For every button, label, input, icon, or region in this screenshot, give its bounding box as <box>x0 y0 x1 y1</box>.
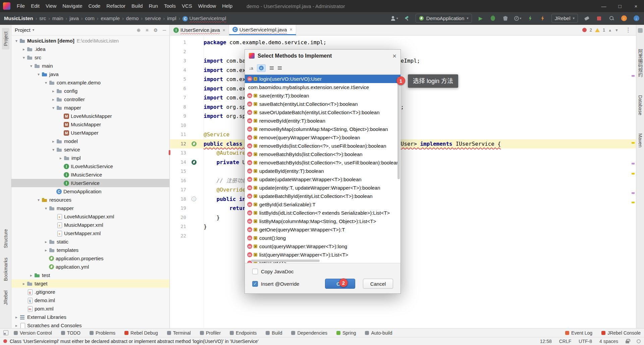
dialog-method-row[interactable]: update(updateWrapper:Wrapper<T>):boolean <box>245 175 400 184</box>
readonly-lock-icon[interactable] <box>626 341 629 343</box>
coverage-button[interactable] <box>502 14 509 23</box>
code-line[interactable]: 15 <box>170 167 636 176</box>
update-button[interactable]: ↑ <box>620 14 628 23</box>
stop-button[interactable] <box>595 14 603 23</box>
breadcrumb-userserviceimpl[interactable]: UserServiceImpl <box>182 15 226 21</box>
dialog-method-row[interactable]: removeById(entity:T):boolean <box>245 117 400 125</box>
clear-cache-button[interactable] <box>583 14 590 23</box>
show-classes-toggle[interactable] <box>257 64 266 72</box>
code-line[interactable]: 22 <box>170 231 636 241</box>
tree-item-application-properties[interactable]: application.properties <box>11 254 169 263</box>
encoding-widget[interactable]: UTF-8 <box>579 339 592 344</box>
chevron-right-icon[interactable]: ▸ <box>43 248 49 253</box>
tool-button-problems[interactable]: Problems <box>90 330 115 336</box>
indent-widget[interactable]: 4 spaces <box>599 339 618 344</box>
chevron-right-icon[interactable]: ▸ <box>13 323 19 328</box>
tree-item-lovemusicmapper-xml[interactable]: LoveMusicMapper.xml <box>11 212 169 221</box>
menu-build[interactable]: Build <box>128 0 146 12</box>
chevron-right-icon[interactable]: ▸ <box>50 97 56 102</box>
tree-item-application-yml[interactable]: application.yml <box>11 263 169 271</box>
tree-item-model[interactable]: ▸model <box>11 137 169 145</box>
dialog-method-row[interactable]: listByIds(idList:Collection<? extends Se… <box>245 209 400 217</box>
code-line[interactable]: 21} <box>170 222 636 231</box>
tree-item-idea[interactable]: ▸.idea <box>11 45 169 53</box>
tool-button-dependencies[interactable]: Dependencies <box>291 330 327 336</box>
dialog-method-row[interactable]: removeBatchByIds(list:Collection<?>):boo… <box>245 150 400 158</box>
dialog-method-row[interactable]: getOne(queryWrapper:Wrapper<T>):T <box>245 225 400 234</box>
breadcrumb-src[interactable]: src <box>39 15 46 21</box>
breadcrumb-example[interactable]: example <box>101 15 120 21</box>
sort-alphabetically-icon[interactable]: ↓a <box>249 66 253 71</box>
tool-tab-structure[interactable]: Structure <box>2 226 9 252</box>
breadcrumb-service[interactable]: service <box>145 15 161 21</box>
menu-vcs[interactable]: VCS <box>179 0 195 12</box>
tree-item-src[interactable]: ▾src <box>11 53 169 62</box>
tool-button-auto-build[interactable]: Auto-build <box>365 330 392 336</box>
code-line[interactable]: 10 <box>170 121 636 130</box>
tree-item-impl[interactable]: ▸impl <box>11 154 169 162</box>
hide-panel-icon[interactable]: ─ <box>163 27 166 33</box>
code-line[interactable]: 11@Service <box>170 130 636 139</box>
dialog-method-row[interactable]: getById(id:Serializable):T <box>245 200 400 209</box>
dialog-method-row[interactable]: saveOrUpdateBatch(entityList:Collection<… <box>245 108 400 117</box>
tree-item-lovemusicmapper[interactable]: LoveMusicMapper <box>11 112 169 120</box>
editor-tab-userserviceimpl-java[interactable]: UserServiceImpl.java× <box>229 25 296 35</box>
tree-item-demo-iml[interactable]: demo.iml <box>11 296 169 304</box>
code-line[interactable]: 19 return userMapper.insert(userVO); <box>170 204 636 213</box>
chevron-right-icon[interactable]: ▸ <box>58 156 64 160</box>
tool-button-spring[interactable]: Spring <box>336 330 356 336</box>
chevron-up-icon[interactable]: ▲ <box>608 28 612 32</box>
locate-file-icon[interactable]: ⊕ <box>137 27 141 33</box>
dialog-method-row[interactable]: saveBatch(entityList:Collection<T>):bool… <box>245 100 400 108</box>
tool-button-jrebel-console[interactable]: JRebel Console <box>601 330 641 336</box>
tool-tab-maven[interactable]: Maven <box>637 130 644 151</box>
dialog-superclass-row[interactable]: com.baomidou.mybatisplus.extension.servi… <box>245 83 400 91</box>
dialog-method-row[interactable]: update(entity:T, updateWrapper:Wrapper<T… <box>245 184 400 192</box>
tree-item-demoapplication[interactable]: DemoApplication <box>11 187 169 196</box>
tree-item-external-libraries[interactable]: ▸External Libraries <box>11 313 169 321</box>
editor-tab-iuserservice-java[interactable]: IUserService.java× <box>170 25 229 35</box>
menu-code[interactable]: Code <box>85 0 103 12</box>
chevron-down-icon[interactable]: ▾ <box>33 28 35 32</box>
tree-item-controller[interactable]: ▸controller <box>11 95 169 104</box>
code-line[interactable]: 6import com.example.demo.service.IUserSe… <box>170 84 636 93</box>
tree-item-usermapper-xml[interactable]: UserMapper.xml <box>11 229 169 237</box>
dialog-method-row[interactable]: save(entity:T):boolean <box>245 91 400 100</box>
tool-button-terminal[interactable]: Terminal <box>167 330 191 336</box>
copy-javadoc-checkbox[interactable]: ✓ <box>252 269 258 274</box>
close-tab-icon[interactable]: × <box>289 27 292 32</box>
menu-navigate[interactable]: Navigate <box>59 0 85 12</box>
breadcrumb-impl[interactable]: impl <box>167 15 176 21</box>
menu-tools[interactable]: Tools <box>161 0 179 12</box>
code-line[interactable]: 4import com.example.demo.entity.User; <box>170 66 636 75</box>
dialog-method-row[interactable]: removeByIds(list:Collection<?>, useFill:… <box>245 142 400 150</box>
breadcrumb-com[interactable]: com <box>85 15 94 21</box>
breadcrumb-demo[interactable]: demo <box>126 15 139 21</box>
tree-item-service[interactable]: ▾service <box>11 145 169 154</box>
profiler-button[interactable]: ▾ <box>514 14 522 23</box>
tool-windows-icon[interactable] <box>3 330 8 335</box>
code-line[interactable]: 7import com.example.demo.vo.UserVO; <box>170 93 636 102</box>
code-line[interactable]: 8import org.springframework.beans.factor… <box>170 102 636 112</box>
chevron-right-icon[interactable]: ▸ <box>50 139 56 144</box>
tree-item-musiclisten-demo[interactable]: ▾MusicListen [demo]E:\code\MusicListen <box>11 37 169 45</box>
close-tab-icon[interactable]: × <box>223 27 225 33</box>
dialog-method-row[interactable]: count(queryWrapper:Wrapper<T>):long <box>245 242 400 251</box>
dialog-method-row[interactable]: login(userVO:UserVO):User <box>245 75 400 83</box>
breadcrumb-java[interactable]: java <box>69 15 79 21</box>
tree-item-static[interactable]: ▸static <box>11 237 169 246</box>
code-line[interactable]: 3import com.baomidou.mybatisplus.extensi… <box>170 56 636 66</box>
chevron-down-icon[interactable]: ▾ <box>43 206 49 211</box>
dialog-close-icon[interactable]: × <box>392 53 396 59</box>
window-close-button[interactable]: × <box>628 0 644 12</box>
tree-item-mapper[interactable]: ▾mapper <box>11 204 169 212</box>
run-button[interactable]: ▶ <box>477 14 484 23</box>
chevron-right-icon[interactable]: ▸ <box>43 239 49 244</box>
chevron-down-icon[interactable]: ▾ <box>28 64 34 68</box>
dialog-method-row[interactable]: updateById(entity:T):boolean <box>245 167 400 175</box>
horizontal-scrollbar[interactable] <box>251 260 320 262</box>
jrebel-run-button[interactable] <box>527 14 534 23</box>
chevron-down-icon[interactable]: ▾ <box>13 39 19 43</box>
chevron-down-icon[interactable]: ▾ <box>21 55 27 60</box>
insert-override-checkbox[interactable]: ✓ <box>252 281 258 287</box>
